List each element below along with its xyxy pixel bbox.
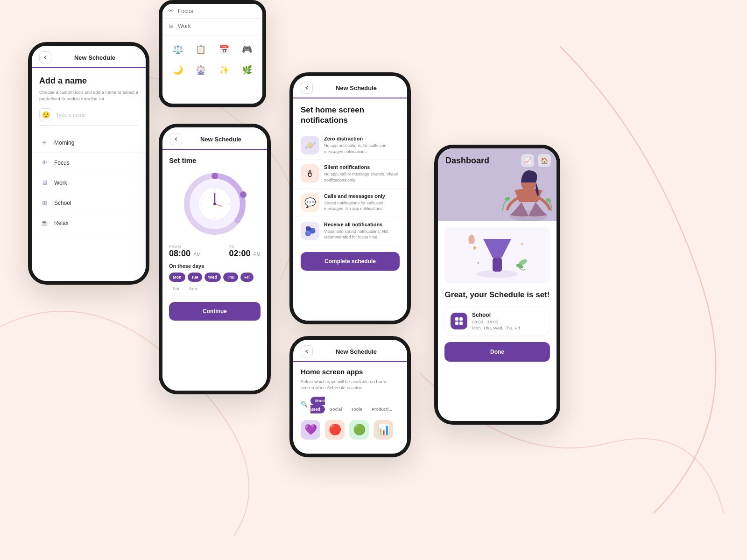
school-schedule-card[interactable]: School 08:00 - 14:00 Mon, Thu, Wed, Thu,… — [444, 307, 550, 336]
done-button[interactable]: Done — [444, 342, 550, 362]
set-time-heading: Set time — [169, 156, 261, 164]
notification-text: Receive all notifications Visual and sou… — [324, 222, 400, 240]
notifications-list: 🪐 Zero distraction No app notifications.… — [293, 131, 407, 245]
schedule-list-item[interactable]: ☀ Morning — [32, 133, 146, 153]
gamepad-icon[interactable]: 🎮 — [239, 41, 255, 58]
add-name-subtitle: Choose a custom icon and add a name or s… — [39, 89, 138, 102]
phone4-header: New Schedule — [293, 76, 407, 98]
day-pill-mon[interactable]: Mon — [169, 273, 185, 282]
notification-item[interactable]: 🪐 Zero distraction No app notifications.… — [293, 131, 407, 160]
on-days-heading: On these days — [162, 263, 267, 269]
from-time-block[interactable]: FROM 08:00 AM — [169, 245, 201, 259]
notification-item[interactable]: 💬 Calls and messages only Sound notifica… — [293, 189, 407, 217]
day-pill-sun[interactable]: Sun — [185, 284, 201, 294]
name-input-row[interactable]: 🙂 Type a name — [39, 108, 138, 126]
day-pill-fri[interactable]: Fri — [240, 273, 254, 282]
add-name-heading: Add a name — [39, 76, 138, 86]
to-label: TO — [229, 245, 261, 249]
moon-icon[interactable]: 🌙 — [169, 62, 186, 78]
day-pill-thu[interactable]: Thu — [223, 273, 239, 282]
app-icon-2[interactable]: 🔴 — [325, 420, 345, 440]
svg-point-3 — [240, 191, 247, 198]
notification-subtitle: Visual and sound notifications. Not reco… — [324, 229, 400, 240]
day-pill-sat[interactable]: Sat — [169, 284, 183, 294]
notification-subtitle: No app, call or message sounds. Visual n… — [324, 171, 400, 183]
focus-list-item[interactable]: 👁 Focus — [162, 4, 262, 19]
day-pill-wed[interactable]: Wed — [204, 273, 221, 282]
homescreen-apps-heading: Home screen apps — [301, 368, 400, 376]
schedule-item-icon: 👁 — [39, 158, 49, 168]
svg-text:✦: ✦ — [472, 244, 478, 252]
icon-grid: ⚖️ 📋 📅 🎮 🌙 🎡 ✨ 🌿 — [162, 37, 262, 86]
to-time-block[interactable]: TO 02:00 PM — [229, 245, 261, 259]
dashboard-body: ✦ ✦ ✦ Great, your Schedule is set! — [438, 221, 557, 368]
school-schedule-time: 08:00 - 14:00 — [472, 319, 520, 324]
app-icon-4[interactable]: 📊 — [374, 420, 393, 440]
phone5-back-button[interactable] — [301, 345, 313, 357]
dumbbell-icon[interactable]: ⚖️ — [169, 41, 186, 58]
filter-pill-social[interactable]: Social — [325, 405, 347, 413]
notifications-heading: Set home screen notifications — [301, 105, 400, 126]
notification-subtitle: No app notifications. No calls and messa… — [324, 143, 400, 154]
notification-item[interactable]: 🫐 Receive all notifications Visual and s… — [293, 217, 407, 245]
phone-notifications: New Schedule Set home screen notificatio… — [289, 72, 411, 324]
schedule-list-item[interactable]: ⊞ School — [32, 193, 146, 213]
time-picker-clock[interactable] — [180, 169, 250, 239]
notification-subtitle: Sound notifications for calls and messag… — [324, 200, 400, 212]
app-icons-row: 💜 🔴 🟢 📊 — [293, 416, 407, 443]
svg-rect-24 — [455, 317, 458, 321]
dashboard-header: Dashboard 📈 🏠 — [438, 148, 557, 221]
phone-add-name: New Schedule Add a name Choose a custom … — [28, 42, 149, 285]
svg-rect-27 — [459, 322, 463, 325]
work-list-item[interactable]: 🖥 Work — [162, 19, 262, 33]
filter-pill-most-used[interactable]: Most used — [310, 397, 325, 413]
schedule-list-item[interactable]: ☕ Relax — [32, 213, 146, 233]
svg-rect-26 — [455, 322, 458, 325]
complete-schedule-button[interactable]: Complete schedule — [301, 252, 400, 271]
search-icon[interactable]: 🔍 — [301, 401, 308, 407]
svg-point-2 — [211, 173, 218, 179]
emoji-picker-button[interactable]: 🙂 — [39, 108, 52, 121]
notebook-icon[interactable]: 📋 — [192, 41, 209, 58]
phone1-title: New Schedule — [51, 54, 138, 61]
app-icon-1[interactable]: 💜 — [301, 420, 320, 440]
schedule-item-label: School — [54, 200, 71, 206]
phone1-header: New Schedule — [32, 46, 146, 68]
notification-title: Zero distraction — [324, 136, 400, 141]
schedule-item-label: Relax — [54, 220, 69, 226]
icon-row-2: 🌙 🎡 ✨ 🌿 — [166, 62, 259, 78]
schedule-item-label: Morning — [54, 140, 74, 146]
school-schedule-info: School 08:00 - 14:00 Mon, Thu, Wed, Thu,… — [472, 312, 520, 330]
sparkle-icon[interactable]: ✨ — [216, 62, 233, 78]
day-pill-tue[interactable]: Tue — [188, 273, 202, 282]
phone3-back-button[interactable] — [170, 133, 182, 145]
days-row: MonTueWedThuFriSatSun — [162, 273, 267, 294]
great-text: Great, your Schedule is set! — [444, 290, 550, 300]
schedule-list-item[interactable]: 👁 Focus — [32, 153, 146, 173]
leaf-icon[interactable]: 🌿 — [239, 62, 255, 78]
phone1-back-button[interactable] — [39, 51, 51, 63]
phone-home-apps: New Schedule Home screen apps Select whi… — [289, 336, 411, 457]
schedule-item-label: Focus — [54, 160, 70, 166]
meditation-illustration — [500, 151, 557, 221]
flower-icon[interactable]: 🎡 — [192, 62, 209, 78]
notification-text: Silent notifications No app, call or mes… — [324, 164, 400, 183]
focus-label: Focus — [178, 8, 193, 14]
svg-text:✦: ✦ — [476, 260, 480, 266]
notification-item[interactable]: 🕯 Silent notifications No app, call or m… — [293, 160, 407, 188]
phone4-back-button[interactable] — [301, 82, 313, 94]
homescreen-apps-subtitle: Select which apps will be available on h… — [301, 378, 400, 391]
to-ampm: PM — [254, 252, 261, 257]
continue-button[interactable]: Continue — [169, 302, 261, 321]
filter-pill-producti---[interactable]: Producti... — [367, 405, 397, 413]
notification-icon: 💬 — [301, 193, 319, 212]
app-icon-3[interactable]: 🟢 — [349, 420, 369, 440]
svg-marker-17 — [483, 239, 511, 258]
schedule-item-icon: ⊞ — [39, 198, 49, 208]
calendar-icon[interactable]: 📅 — [216, 41, 233, 58]
schedule-item-icon: ☕ — [39, 218, 49, 228]
schedule-item-label: Work — [54, 180, 67, 186]
filter-pill-tools[interactable]: Tools — [347, 405, 367, 413]
schedule-list-item[interactable]: 🖥 Work — [32, 173, 146, 193]
icon-row-1: ⚖️ 📋 📅 🎮 — [166, 41, 259, 58]
